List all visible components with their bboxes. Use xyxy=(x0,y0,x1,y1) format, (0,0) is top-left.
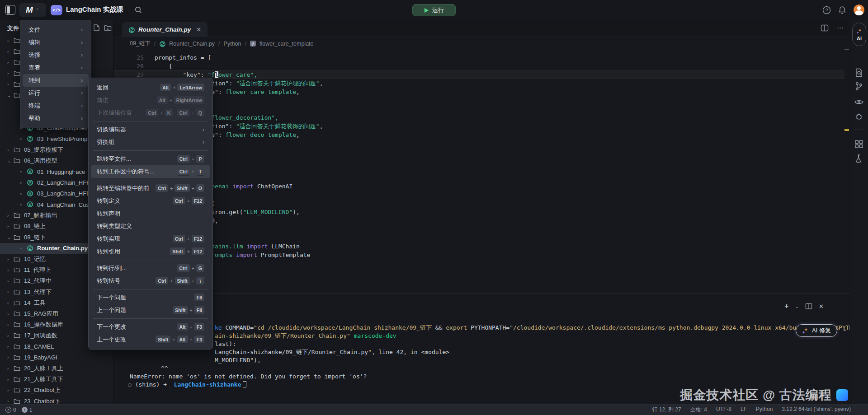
run-button[interactable]: 运行 xyxy=(412,4,456,16)
folder-icon xyxy=(14,310,21,317)
close-icon[interactable]: ✕ xyxy=(819,303,824,310)
chevron-right-icon: › xyxy=(7,322,12,327)
file-dot-icon xyxy=(20,138,22,140)
chevron-right-icon: › xyxy=(81,90,83,96)
workspace-title[interactable]: LangChain 实战课 xyxy=(66,5,123,14)
folder-icon xyxy=(14,332,21,339)
bug-icon[interactable] xyxy=(854,112,864,121)
help-icon[interactable]: ? xyxy=(822,6,831,14)
status-item[interactable]: Python xyxy=(756,406,773,414)
app-logo-button[interactable]: M ⌃ xyxy=(19,3,46,17)
menu-item[interactable]: 查看› xyxy=(23,61,89,74)
notifications-bell-icon[interactable] xyxy=(838,6,846,14)
chevron-right-icon: › xyxy=(203,139,204,145)
key-badge: Shift xyxy=(170,247,185,256)
chevron-right-icon: › xyxy=(7,38,12,43)
menu-item[interactable]: 转到定义Ctrl+F12 xyxy=(91,195,210,207)
menu-item[interactable]: 下一个问题F8 xyxy=(91,291,210,304)
folder-icon xyxy=(14,354,21,361)
chevron-down-icon[interactable]: ⌄ xyxy=(117,6,121,12)
menu-item[interactable]: 转到括号Ctrl+Shift+\ xyxy=(91,275,210,287)
eye-icon[interactable] xyxy=(854,97,864,107)
tree-folder-row[interactable]: ›19_BabyAGI xyxy=(0,352,114,363)
menu-item[interactable]: 编辑› xyxy=(23,36,89,49)
problems-warnings[interactable]: ! 1 xyxy=(22,407,33,413)
chevron-right-icon: › xyxy=(7,289,12,294)
menu-item[interactable]: 帮助› xyxy=(23,112,89,125)
ai-fix-button[interactable]: AI 修复 xyxy=(796,324,837,337)
tree-folder-row[interactable]: ›23_Chatbot下 xyxy=(0,396,114,404)
python-file-icon xyxy=(27,245,34,252)
text-cursor: l xyxy=(215,71,218,78)
folder-icon xyxy=(14,266,21,274)
problems-errors[interactable]: ✕ 0 xyxy=(5,407,16,413)
breadcrumb-item[interactable]: 09_链下 xyxy=(130,40,151,47)
tree-folder-row[interactable]: ›20_人脉工具上 xyxy=(0,363,114,374)
menu-item[interactable]: 转到工作区中的符号...Ctrl+T xyxy=(91,165,210,178)
tree-item-label: 09_链下 xyxy=(24,233,46,242)
menu-item[interactable]: 转到实现Ctrl+F12 xyxy=(91,233,210,245)
menu-item[interactable]: 转到› xyxy=(23,74,89,87)
menu-item[interactable]: 上一个更改Shift+Alt+F3 xyxy=(91,333,210,346)
search-icon[interactable] xyxy=(134,6,142,14)
menu-item[interactable]: 转到声明 xyxy=(91,207,210,220)
menu-item[interactable]: 切换编辑器› xyxy=(91,123,210,136)
shortcut: Alt+LeftArrow xyxy=(160,84,204,92)
shortcut: Shift+Alt+F3 xyxy=(156,336,204,344)
key-badge: Ctrl xyxy=(173,197,185,205)
breadcrumb[interactable]: 09_链下/Rounter_Chain.py/Python/@flower_ca… xyxy=(130,40,314,47)
menu-item-label: 转到引用 xyxy=(97,247,164,256)
chevron-down-icon[interactable]: ⌄ xyxy=(795,304,799,309)
tree-folder-row[interactable]: ›21_人脉工具下 xyxy=(0,374,114,385)
menu-item[interactable]: 转到类型定义 xyxy=(91,220,210,233)
file-dot-icon xyxy=(20,193,22,195)
shortcut: Shift+F8 xyxy=(173,306,204,314)
menu-item[interactable]: 选择› xyxy=(23,49,89,61)
terminal-line: LangChain-shizhanke/09_链下/Rounter_Chain.… xyxy=(215,348,449,356)
status-item[interactable]: 行 12, 列 27 xyxy=(652,406,681,414)
chevron-right-icon: › xyxy=(81,77,83,84)
menu-item[interactable]: 运行› xyxy=(23,87,89,99)
menu-item[interactable]: 文件› xyxy=(23,23,89,36)
new-terminal-icon[interactable]: + xyxy=(784,302,788,310)
menu-item[interactable]: 跳转至文件...Ctrl+P xyxy=(91,153,210,165)
chevron-down-icon: ⌄ xyxy=(7,159,12,163)
breadcrumb-item[interactable]: Rounter_Chain.py xyxy=(169,41,215,47)
terminal-line: last): xyxy=(215,340,236,348)
split-panel-icon[interactable] xyxy=(805,303,812,310)
menu-item[interactable]: 转到引用Shift+F12 xyxy=(91,245,210,258)
menu-item[interactable]: 下一个更改Alt+F3 xyxy=(91,321,210,333)
menu-item[interactable]: 上一个问题Shift+F8 xyxy=(91,304,210,317)
menu-item-label: 转到实现 xyxy=(97,235,166,243)
status-item[interactable]: 3.12.2 64-bit ('shims': pyenv) xyxy=(782,406,851,414)
menu-item[interactable]: 返回Alt+LeftArrow xyxy=(91,81,210,94)
menu-item-label: 下一个更改 xyxy=(97,323,171,331)
menu-item[interactable]: 终端› xyxy=(23,99,89,112)
avatar[interactable] xyxy=(854,5,864,15)
menu-separator xyxy=(93,260,208,260)
scroll-up-icon[interactable]: ▲ xyxy=(843,327,847,332)
folder-icon xyxy=(14,387,21,394)
code-area[interactable]: 25prompt_infos = [26 {27 "key": "flower_… xyxy=(114,20,844,294)
tree-folder-row[interactable]: ›22_Chatbot上 xyxy=(0,385,114,396)
panel-toggle-icon[interactable] xyxy=(5,5,15,15)
breadcrumb-item[interactable]: flower_care_template xyxy=(259,41,314,47)
breadcrumb-item[interactable]: Python xyxy=(224,41,241,47)
menu-item-label: 上一个更改 xyxy=(97,336,149,344)
status-item[interactable]: UTF-8 xyxy=(716,406,731,414)
file-search-icon[interactable] xyxy=(854,68,864,78)
chevron-right-icon: › xyxy=(81,65,83,71)
git-branch-icon[interactable] xyxy=(854,81,864,91)
flask-icon[interactable] xyxy=(854,154,864,163)
menu-item-label: 转到括号 xyxy=(97,277,149,285)
ai-assistant-button[interactable]: AI xyxy=(852,23,866,46)
menu-item[interactable]: 切换组› xyxy=(91,136,210,149)
status-item[interactable]: 空格: 4 xyxy=(690,406,707,414)
menu-item[interactable]: 跳转至编辑器中的符号...Ctrl+Shift+O xyxy=(91,182,210,195)
status-item[interactable]: LF xyxy=(741,406,747,414)
folder-icon xyxy=(14,289,21,296)
extensions-icon[interactable] xyxy=(854,139,864,149)
menu-item[interactable]: 转到行/列...Ctrl+G xyxy=(91,262,210,275)
breadcrumb-separator: / xyxy=(154,41,156,47)
key-badge: Alt xyxy=(157,96,168,104)
